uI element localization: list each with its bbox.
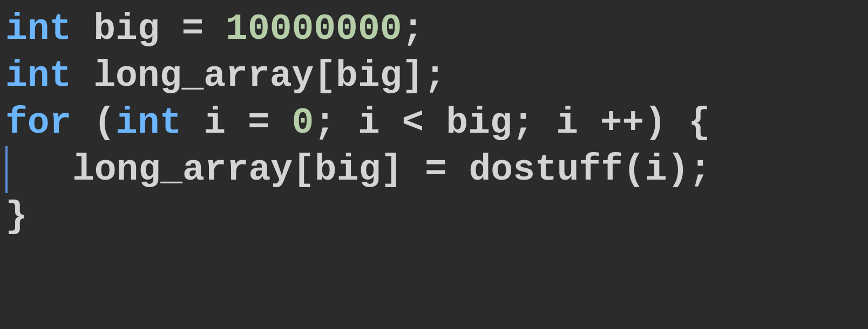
number-10000000: 10000000 — [226, 5, 402, 52]
code-line-1: int big = 10000000; — [5, 5, 857, 52]
code-line-3: for (int i = 0; i < big; i ++) { — [5, 99, 857, 146]
code-text-3a: ( — [71, 99, 116, 146]
code-text-4: long_array[big] = dostuff(i); — [72, 146, 711, 193]
keyword-int-3: int — [116, 99, 181, 146]
closing-brace: } — [5, 193, 28, 240]
keyword-int-1: int — [5, 5, 71, 52]
code-text-2: long_array[big]; — [71, 52, 446, 99]
code-line-4: long_array[big] = dostuff(i); — [5, 146, 857, 193]
code-block: int big = 10000000; int long_array[big];… — [0, 0, 868, 245]
code-line-5: } — [5, 193, 857, 240]
code-line-2: int long_array[big]; — [5, 52, 857, 99]
keyword-int-2: int — [5, 52, 71, 99]
keyword-for: for — [5, 99, 71, 146]
number-0: 0 — [292, 99, 314, 146]
code-text-3c: ; i < big; i ++) { — [314, 99, 710, 146]
code-text-3b: i = — [181, 99, 291, 146]
code-text-1: big = — [71, 5, 226, 52]
semicolon-1: ; — [402, 5, 424, 52]
